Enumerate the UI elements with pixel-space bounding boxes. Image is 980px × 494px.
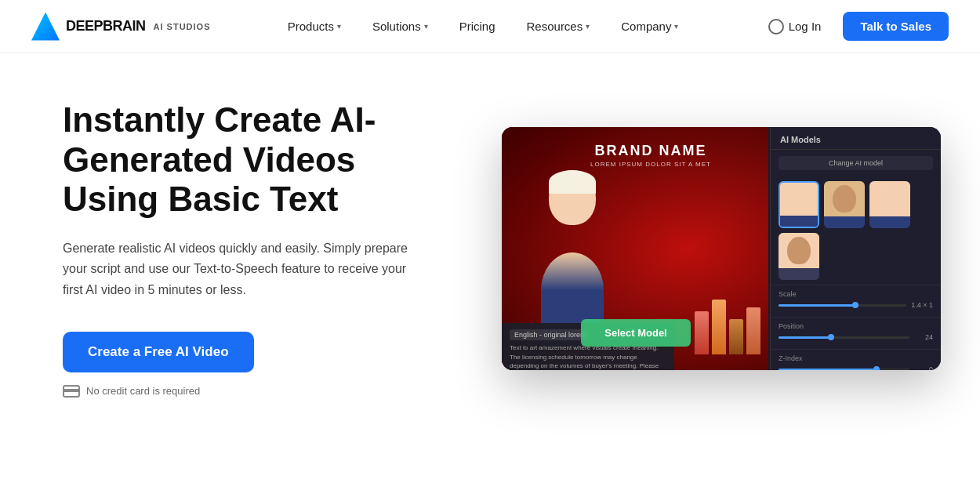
nav-item-resources[interactable]: Resources ▾ [514,13,603,39]
position-slider-row: 24 [779,333,933,341]
nav-item-solutions[interactable]: Solutions ▾ [360,13,441,39]
model-thumb-3[interactable] [869,181,910,228]
nav-item-products[interactable]: Products ▾ [275,13,354,39]
scale-slider-fill [779,304,855,307]
create-free-video-button[interactable]: Create a Free AI Video [63,332,254,372]
position-slider-track[interactable] [779,336,909,339]
panel-title: AI Models [771,127,941,150]
change-model-button[interactable]: Change AI model [779,156,933,170]
zindex-slider-row: 0 [779,365,933,370]
models-grid [771,176,941,285]
logo-brand: DEEPBRAIN [66,18,146,35]
hero-title: Instantly Create AI-Generated Videos Usi… [63,100,439,220]
logo-sub: AI STUDIOS [154,22,211,31]
nav-links: Products ▾ Solutions ▾ Pricing Resources… [275,13,691,39]
nav-actions: Log In Talk to Sales [756,12,949,41]
logo: DEEPBRAIN AI STUDIOS [31,13,210,41]
model-thumb-4[interactable] [779,233,819,280]
hero-section: Instantly Create AI-Generated Videos Usi… [63,100,439,398]
zindex-label: Z-Index [779,354,933,362]
model-thumb-2[interactable] [824,181,865,228]
chevron-down-icon: ▾ [674,22,678,31]
panel-position-section: Position 24 [771,317,941,349]
presenter-hair [549,170,596,194]
zindex-value: 0 [914,365,933,370]
scale-label: Scale [779,290,933,298]
model-bottom-2 [824,216,865,228]
select-model-overlay: Select Model [502,319,770,347]
model-face-1 [780,183,818,216]
navbar: DEEPBRAIN AI STUDIOS Products ▾ Solution… [0,0,980,53]
panel-zindex-section: Z-Index 0 [771,349,941,370]
screenshot-container: BRAND NAME Lorem ipsum dolor sit a met [502,127,941,370]
login-button[interactable]: Log In [756,13,834,41]
zindex-slider-fill [779,369,877,371]
model-bottom-4 [779,268,819,280]
ai-models-panel: AI Models Change AI model [770,127,941,370]
panel-scale-section: Scale 1.4 × 1 [771,285,941,317]
main-content: Instantly Create AI-Generated Videos Usi… [0,53,980,429]
model-face-2 [824,181,865,216]
scale-value: 1.4 × 1 [911,301,933,309]
model-thumb-1[interactable] [779,181,819,228]
brand-name-overlay: BRAND NAME Lorem ipsum dolor sit a met [549,143,753,168]
presenter-head [549,170,596,225]
chevron-down-icon: ▾ [337,22,341,31]
scale-slider-track[interactable] [779,304,906,307]
scale-slider-row: 1.4 × 1 [779,301,933,309]
position-slider-fill [779,336,831,339]
credit-card-icon [63,385,80,398]
ai-presenter [525,198,619,323]
user-icon [768,19,784,35]
select-model-button[interactable]: Select Model [581,319,690,347]
nav-item-company[interactable]: Company ▾ [608,13,691,39]
model-face-4 [779,233,819,268]
zindex-slider-track[interactable] [779,369,909,371]
chevron-down-icon: ▾ [424,22,428,31]
position-value: 24 [914,333,933,341]
model-bottom-1 [780,216,818,227]
product-screenshot: BRAND NAME Lorem ipsum dolor sit a met [502,127,941,370]
model-face-3 [869,181,910,216]
hero-description: Generate realistic AI videos quickly and… [63,238,408,300]
chevron-down-icon: ▾ [586,22,590,31]
nav-item-pricing[interactable]: Pricing [447,13,508,39]
talk-to-sales-button[interactable]: Talk to Sales [843,12,949,41]
video-caption: Text to art amazement where visuals crea… [510,343,666,370]
position-label: Position [779,322,933,330]
model-bottom-3 [869,216,910,228]
logo-icon [31,13,60,41]
no-credit-card-notice: No credit card is required [63,385,439,398]
